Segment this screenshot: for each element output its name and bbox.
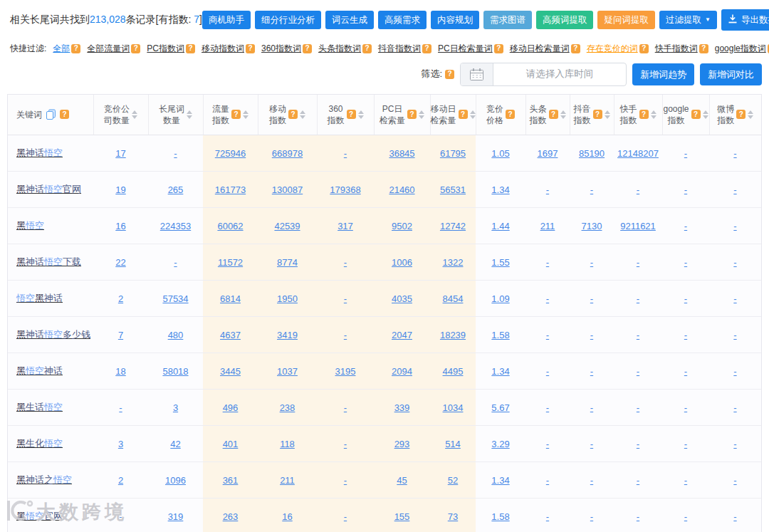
cell-link[interactable]: 11572 <box>218 257 243 268</box>
cell-link[interactable]: - <box>590 184 593 195</box>
cell-link[interactable]: - <box>590 293 593 304</box>
cell-link[interactable]: 56531 <box>440 184 466 195</box>
cell-link[interactable]: 8454 <box>443 293 464 304</box>
industry-segment-analysis-button[interactable]: 细分行业分析 <box>255 11 321 30</box>
help-icon[interactable]: ? <box>571 44 580 53</box>
cell-link[interactable]: - <box>546 439 549 449</box>
cell-link[interactable]: 155 <box>394 511 410 522</box>
cell-link[interactable]: 42 <box>170 439 180 449</box>
cell-link[interactable]: - <box>733 475 736 486</box>
copy-icon[interactable] <box>46 109 56 120</box>
help-icon[interactable]: ? <box>593 110 602 119</box>
business-helper-button[interactable]: 商机助手 <box>202 11 251 30</box>
cell-link[interactable]: - <box>684 402 687 413</box>
cell-link[interactable]: - <box>733 511 736 522</box>
cell-link[interactable]: - <box>637 366 639 377</box>
cell-link[interactable]: 238 <box>280 402 295 413</box>
cell-link[interactable]: 7 <box>118 330 123 340</box>
cell-link[interactable]: 1950 <box>277 293 298 304</box>
cell-link[interactable]: 18 <box>115 366 125 377</box>
date-range-input[interactable]: 请选择入库时间 <box>460 63 627 86</box>
sort-control[interactable] <box>132 110 137 119</box>
help-icon[interactable]: ? <box>445 70 454 79</box>
cell-link[interactable]: 1697 <box>538 148 558 159</box>
help-icon[interactable]: ? <box>736 110 746 119</box>
sort-control[interactable] <box>470 110 476 119</box>
keyword-link[interactable]: 黑神话悟空多少钱 <box>16 329 90 340</box>
help-icon[interactable]: ? <box>186 44 195 53</box>
cell-link[interactable]: 1006 <box>392 257 412 268</box>
cell-link[interactable]: 339 <box>394 402 410 413</box>
cell-link[interactable]: 211 <box>280 475 295 486</box>
sort-control[interactable] <box>560 110 566 119</box>
quick-filter-link[interactable]: 快手指数词 <box>655 43 698 55</box>
help-icon[interactable]: ? <box>691 110 701 119</box>
cell-link[interactable]: 1.34 <box>491 366 509 377</box>
cell-link[interactable]: - <box>344 293 347 304</box>
help-icon[interactable]: ? <box>459 110 468 119</box>
cell-link[interactable]: - <box>590 257 593 268</box>
cell-link[interactable]: 17 <box>115 148 125 159</box>
quick-filter-link[interactable]: 全部流量词 <box>87 43 130 55</box>
sort-control[interactable] <box>187 110 192 119</box>
sort-control[interactable] <box>651 110 656 119</box>
cell-link[interactable]: 73 <box>448 511 458 522</box>
quick-filter-link[interactable]: 抖音指数词 <box>378 43 421 55</box>
cell-link[interactable]: - <box>637 511 639 522</box>
cell-link[interactable]: 1.34 <box>491 475 509 486</box>
cell-link[interactable]: - <box>637 439 639 449</box>
high-frequency-word-extract-button[interactable]: 高频词提取 <box>536 11 594 30</box>
cell-link[interactable]: - <box>733 184 736 195</box>
cell-link[interactable]: 2094 <box>392 366 412 377</box>
help-icon[interactable]: ? <box>362 44 372 53</box>
cell-link[interactable]: 179368 <box>330 184 360 195</box>
sort-control[interactable] <box>358 110 364 119</box>
cell-link[interactable]: - <box>733 221 736 231</box>
quick-filter-link[interactable]: PC指数词 <box>147 43 184 55</box>
help-icon[interactable]: ? <box>60 110 69 119</box>
cell-link[interactable]: 60062 <box>217 221 243 231</box>
cell-link[interactable]: 16 <box>115 221 125 231</box>
help-icon[interactable]: ? <box>639 44 649 53</box>
cell-link[interactable]: 1034 <box>443 402 464 413</box>
cell-link[interactable]: - <box>637 330 639 340</box>
cell-link[interactable]: 22 <box>115 257 125 268</box>
cell-link[interactable]: 1.05 <box>491 148 509 159</box>
cell-link[interactable]: 317 <box>338 221 353 231</box>
quick-filter-link[interactable]: 360指数词 <box>261 43 301 55</box>
keyword-link[interactable]: 黑生化悟空 <box>16 438 63 449</box>
cell-link[interactable]: - <box>546 293 549 304</box>
cell-link[interactable]: 1.09 <box>491 293 509 304</box>
keyword-link[interactable]: 黑神话悟空 <box>16 147 63 158</box>
cell-link[interactable]: - <box>733 439 736 449</box>
cell-link[interactable]: - <box>684 475 687 486</box>
cell-link[interactable]: 21460 <box>389 184 414 195</box>
cell-link[interactable]: - <box>546 330 549 340</box>
cell-link[interactable]: 12742 <box>440 221 466 231</box>
cell-link[interactable]: 8774 <box>277 257 298 268</box>
quick-filter-link[interactable]: 存在竞价的词 <box>587 43 638 55</box>
cell-link[interactable]: 19 <box>115 184 125 195</box>
sort-control[interactable] <box>703 110 708 119</box>
export-data-button[interactable]: 导出数据 <box>721 9 769 31</box>
cell-link[interactable]: 57534 <box>162 293 188 304</box>
question-word-extract-button[interactable]: 疑问词提取 <box>597 11 655 30</box>
cell-link[interactable]: 58018 <box>162 366 188 377</box>
cell-link[interactable]: 161773 <box>215 184 246 195</box>
cell-link[interactable]: - <box>174 257 177 268</box>
cell-link[interactable]: - <box>637 293 639 304</box>
cell-link[interactable]: 36845 <box>389 148 414 159</box>
cell-link[interactable]: 4035 <box>392 293 412 304</box>
help-icon[interactable]: ? <box>231 110 241 119</box>
cell-link[interactable]: 514 <box>445 439 461 449</box>
cell-link[interactable]: 1322 <box>443 257 464 268</box>
cell-link[interactable]: - <box>546 366 549 377</box>
cell-link[interactable]: - <box>637 402 639 413</box>
cell-link[interactable]: - <box>590 366 593 377</box>
cell-link[interactable]: 361 <box>223 475 239 486</box>
cell-link[interactable]: 3.29 <box>491 439 509 449</box>
cell-link[interactable]: - <box>590 402 593 413</box>
cell-link[interactable]: - <box>684 257 687 268</box>
cell-link[interactable]: 52 <box>448 475 458 486</box>
cell-link[interactable]: 496 <box>223 402 239 413</box>
